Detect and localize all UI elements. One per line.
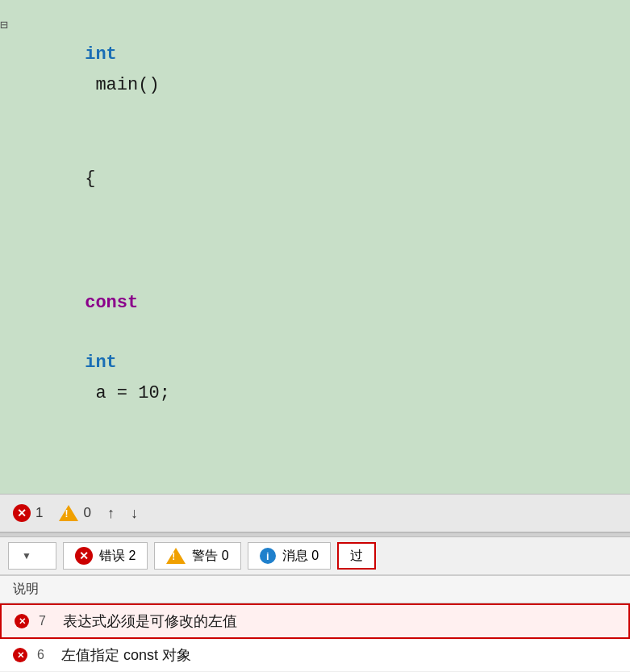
down-arrow-icon[interactable]: ↓ bbox=[131, 505, 138, 522]
space-1 bbox=[85, 323, 95, 343]
table-row[interactable]: ✕ 6 左值指定 const 对象 bbox=[0, 639, 630, 672]
error-count: 1 bbox=[35, 505, 43, 521]
code-content-const: const int a = 10; bbox=[15, 227, 170, 439]
keyword-int: int bbox=[85, 44, 117, 65]
row-description-1: 表达式必须是可修改的左值 bbox=[63, 611, 237, 631]
nav-up[interactable]: ↑ bbox=[107, 505, 115, 522]
error-status[interactable]: ✕ 1 bbox=[13, 504, 43, 522]
error-icon: ✕ bbox=[13, 504, 31, 522]
code-line-assign: a = 20; bbox=[0, 440, 630, 494]
error-dot-2: ✕ bbox=[13, 648, 27, 662]
keyword-const: const bbox=[85, 293, 138, 313]
panel-header-row: 说明 bbox=[0, 576, 630, 603]
info-filter-button[interactable]: i 消息 0 bbox=[248, 542, 331, 570]
code-line-main: ⊟ int main() bbox=[0, 8, 630, 132]
assign-a10: a = 10; bbox=[85, 383, 170, 403]
nav-down[interactable]: ↓ bbox=[131, 505, 138, 522]
row-error-icon-1: ✕ bbox=[15, 614, 29, 628]
error-filter-button[interactable]: ✕ 错误 2 bbox=[63, 542, 148, 570]
warning-filter-button[interactable]: 警告 0 bbox=[154, 542, 240, 570]
col-header-description: 说明 bbox=[13, 581, 39, 598]
error-panel: ▼ ✕ 错误 2 警告 0 i 消息 0 过 说明 ✕ 7 表达式必须是 bbox=[0, 537, 630, 672]
warning-icon bbox=[59, 505, 78, 521]
extra-filter-label: 过 bbox=[350, 548, 363, 565]
chevron-down-icon: ▼ bbox=[22, 550, 31, 561]
row-line-number-1: 7 bbox=[39, 614, 53, 628]
code-content-main: int main() bbox=[15, 10, 160, 131]
row-line-number-2: 6 bbox=[37, 648, 52, 662]
warning-count: 0 bbox=[83, 505, 90, 521]
code-content-brace: { bbox=[15, 134, 95, 224]
warning-filter-icon bbox=[166, 548, 186, 564]
filter-dropdown[interactable]: ▼ bbox=[8, 542, 56, 570]
panel-toolbar: ▼ ✕ 错误 2 警告 0 i 消息 0 过 bbox=[0, 537, 630, 575]
info-filter-label: 消息 0 bbox=[282, 548, 319, 565]
warning-status[interactable]: 0 bbox=[59, 505, 90, 521]
indent-1 bbox=[85, 262, 127, 282]
indent-2 bbox=[85, 477, 127, 494]
open-brace: { bbox=[85, 169, 95, 189]
keyword-int-2: int bbox=[85, 353, 117, 373]
error-filter-icon: ✕ bbox=[75, 547, 93, 565]
code-content-assign: a = 20; bbox=[15, 441, 148, 494]
error-filter-label: 错误 2 bbox=[99, 548, 136, 565]
status-bar: ✕ 1 0 ↑ ↓ bbox=[0, 494, 630, 532]
collapse-icon[interactable]: ⊟ bbox=[0, 15, 15, 37]
error-dot-1: ✕ bbox=[15, 614, 29, 628]
table-row[interactable]: ✕ 7 表达式必须是可修改的左值 bbox=[0, 603, 630, 639]
extra-filter-button[interactable]: 过 bbox=[337, 542, 376, 570]
code-line-const: const int a = 10; bbox=[0, 226, 630, 440]
text-main: main() bbox=[85, 75, 159, 95]
code-editor[interactable]: ⊟ int main() { const int a = 10; a = bbox=[0, 0, 630, 494]
up-arrow-icon[interactable]: ↑ bbox=[107, 505, 115, 522]
row-error-icon-2: ✕ bbox=[13, 648, 27, 662]
panel-table: 说明 ✕ 7 表达式必须是可修改的左值 ✕ 6 左值指定 const 对象 bbox=[0, 575, 630, 672]
code-line-brace-open: { bbox=[0, 132, 630, 226]
warning-filter-label: 警告 0 bbox=[192, 548, 228, 565]
info-filter-icon: i bbox=[260, 548, 276, 564]
row-description-2: 左值指定 const 对象 bbox=[61, 645, 191, 665]
